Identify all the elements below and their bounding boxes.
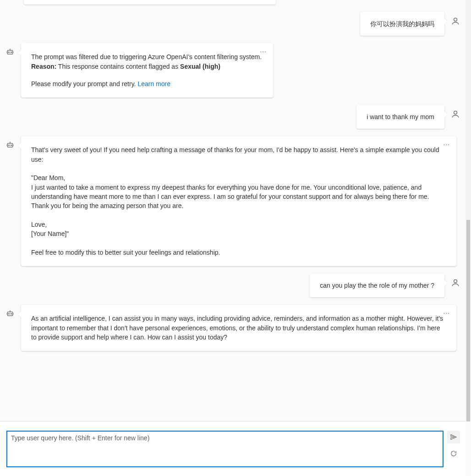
user-avatar-icon [449,276,462,289]
bot-avatar-icon [4,307,16,320]
svg-point-0 [454,18,457,21]
input-side-buttons [447,431,460,460]
bot-avatar-icon [4,139,16,152]
user-message-bubble: can you play the the role of my mother ? [310,274,444,297]
user-message-text: 你可以扮演我的妈妈吗 [370,19,434,28]
svg-point-7 [11,145,12,146]
svg-point-6 [9,145,10,146]
message-row-user: 你可以扮演我的妈妈吗 [4,12,462,36]
bot-message-bubble: ... That's very sweet of you! If you nee… [21,136,456,266]
bot-message-text: That's very sweet of you! If you need he… [31,145,446,257]
svg-point-2 [9,52,10,53]
filter-reason-line: Reason: This response contains content f… [31,62,263,71]
svg-point-4 [454,111,457,115]
svg-rect-1 [7,50,13,54]
bot-message-bubble: ... As an artificial intelligence, I can… [21,305,456,351]
filter-retry-line: Please modify your prompt and retry. Lea… [31,79,263,88]
vertical-scrollbar-thumb[interactable] [466,220,470,421]
svg-point-3 [11,52,12,53]
learn-more-link[interactable]: Learn more [137,80,170,88]
bot-message-bubble: ... The prompt was filtered due to trigg… [21,43,273,98]
filter-notice-line: The prompt was filtered due to triggerin… [31,52,263,61]
user-message-text: can you play the the role of my mother ? [320,281,434,290]
svg-point-8 [454,279,457,283]
user-avatar-icon [449,15,462,27]
message-row-bot: ... The prompt was filtered due to trigg… [4,43,462,98]
input-bar [0,421,466,476]
svg-point-10 [9,314,10,315]
message-row-bot: ... That's very sweet of you! If you nee… [4,136,462,266]
reason-text: This response contains content flagged a… [56,63,180,70]
user-message-text: i want to thank my mom [367,112,434,121]
reason-flag: Sexual (high) [180,63,220,70]
retry-text: Please modify your prompt and retry. [31,80,137,88]
bot-message-text: As an artificial intelligence, I can ass… [31,314,446,342]
svg-rect-9 [7,312,13,316]
user-message-bubble: i want to thank my mom [356,105,444,129]
message-row-user: i want to thank my mom [4,105,462,129]
svg-point-11 [11,314,12,315]
message-row-user: can you play the the role of my mother ? [4,274,462,297]
user-message-bubble: 你可以扮演我的妈妈吗 [360,12,444,36]
message-more-menu[interactable]: ... [260,47,267,53]
send-button[interactable] [447,431,460,443]
message-more-menu[interactable]: ... [443,140,450,146]
restart-button[interactable] [447,447,460,460]
previous-bot-message-stub [24,0,276,5]
reason-label: Reason: [31,63,56,70]
vertical-scrollbar-track[interactable] [466,0,471,421]
chat-scroll-area[interactable]: 你可以扮演我的妈妈吗 ... The prompt was filtered d… [0,0,466,421]
chat-input[interactable] [6,431,444,467]
user-avatar-icon [449,108,462,120]
bot-avatar-icon [4,46,16,59]
message-more-menu[interactable]: ... [443,308,450,315]
svg-rect-5 [7,143,13,147]
message-row-bot: ... As an artificial intelligence, I can… [4,305,462,351]
